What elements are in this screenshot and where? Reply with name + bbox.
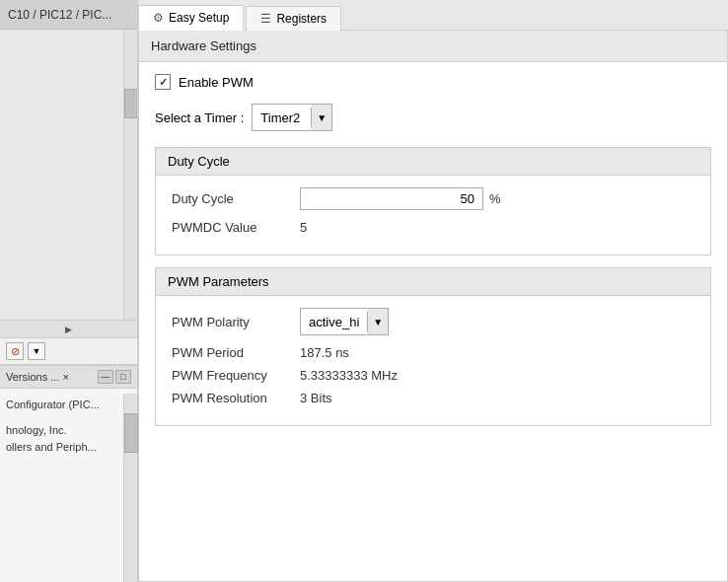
duty-cycle-label: Duty Cycle: [172, 191, 300, 206]
sidebar-tree-area[interactable]: [0, 30, 137, 320]
main-content: ⚙ Easy Setup ☰ Registers Hardware Settin…: [138, 0, 728, 582]
versions-restore-btn[interactable]: □: [115, 370, 131, 384]
pwmdc-value-row: PWMDC Value 5: [172, 220, 694, 235]
versions-label: Versions ... ×: [6, 371, 69, 383]
pwm-polarity-row: PWM Polarity active_hi ▼: [172, 308, 694, 335]
duty-cycle-input[interactable]: [300, 187, 483, 210]
pwm-res-value: 3 Bits: [300, 391, 332, 405]
pwmdc-label: PWMDC Value: [172, 220, 300, 235]
pwmdc-value: 5: [300, 220, 307, 235]
pwm-period-value: 187.5 ns: [300, 345, 349, 360]
pwm-parameters-header: PWM Parameters: [156, 268, 710, 296]
versions-minimize-btn[interactable]: —: [98, 370, 113, 384]
pwm-polarity-label: PWM Polarity: [172, 315, 300, 329]
duty-cycle-header-label: Duty Cycle: [168, 154, 230, 169]
pwm-period-label: PWM Period: [172, 345, 300, 360]
polarity-dropdown-value: active_hi: [301, 312, 368, 332]
timer-dropdown[interactable]: Timer2 ▼: [252, 104, 332, 131]
enable-pwm-label: Enable PWM: [179, 75, 254, 90]
tab-registers-label: Registers: [276, 12, 327, 26]
sidebar: C10 / PIC12 / PIC... ▶ ⊘ ▼ Versions ... …: [0, 0, 138, 582]
versions-line-2: hnology, Inc.: [6, 422, 131, 440]
tab-registers[interactable]: ☰ Registers: [246, 6, 341, 31]
sidebar-project-label: C10 / PIC12 / PIC...: [8, 8, 111, 22]
duty-cycle-content: Duty Cycle % PWMDC Value 5: [156, 176, 710, 255]
sidebar-versions-scrollbar-thumb[interactable]: [124, 413, 138, 453]
pwm-freq-row: PWM Frequency 5.33333333 MHz: [172, 368, 694, 383]
pwm-parameters-section: PWM Parameters PWM Polarity active_hi ▼ …: [155, 267, 711, 426]
timer-dropdown-value: Timer2: [253, 108, 312, 128]
versions-line-1: Configurator (PIC...: [6, 397, 131, 414]
enable-pwm-row: Enable PWM: [155, 74, 711, 90]
sidebar-versions-scrollbar[interactable]: [123, 394, 137, 582]
sidebar-versions-content: Configurator (PIC... hnology, Inc. oller…: [0, 389, 137, 465]
sidebar-scrollbar[interactable]: [123, 30, 137, 320]
pwm-parameters-content: PWM Polarity active_hi ▼ PWM Period 187.…: [156, 296, 710, 425]
easy-setup-icon: ⚙: [153, 11, 164, 25]
sidebar-versions-header: Versions ... × — □: [0, 366, 137, 389]
tab-bar: ⚙ Easy Setup ☰ Registers: [138, 0, 728, 31]
polarity-dropdown[interactable]: active_hi ▼: [300, 308, 389, 335]
duty-cycle-header: Duty Cycle: [156, 148, 710, 176]
sidebar-versions-section: Versions ... × — □ Configurator (PIC... …: [0, 365, 137, 582]
pwm-res-row: PWM Resolution 3 Bits: [172, 391, 694, 405]
sidebar-scrollbar-thumb[interactable]: [124, 89, 137, 118]
hardware-settings-label: Hardware Settings: [151, 38, 256, 53]
hardware-settings-content: Enable PWM Select a Timer : Timer2 ▼ Dut…: [139, 62, 727, 450]
toolbar-stop-icon[interactable]: ⊘: [6, 342, 24, 360]
polarity-dropdown-arrow[interactable]: ▼: [368, 309, 388, 334]
sidebar-scroll-down-icon[interactable]: ▶: [65, 325, 72, 334]
hardware-settings-header: Hardware Settings: [139, 31, 727, 62]
versions-controls: — □: [98, 370, 131, 384]
duty-cycle-row: Duty Cycle %: [172, 187, 694, 210]
versions-line-3: ollers and Periph...: [6, 439, 131, 457]
duty-cycle-unit: %: [489, 191, 501, 206]
sidebar-top-label: C10 / PIC12 / PIC...: [0, 0, 137, 30]
pwm-freq-value: 5.33333333 MHz: [300, 368, 398, 383]
tab-easy-setup[interactable]: ⚙ Easy Setup: [138, 5, 244, 31]
select-timer-row: Select a Timer : Timer2 ▼: [155, 104, 711, 131]
pwm-res-label: PWM Resolution: [172, 391, 300, 405]
duty-cycle-section: Duty Cycle Duty Cycle % PWMDC Value 5: [155, 147, 711, 255]
pwm-freq-label: PWM Frequency: [172, 368, 300, 383]
pwm-parameters-header-label: PWM Parameters: [168, 274, 269, 289]
tab-easy-setup-label: Easy Setup: [169, 11, 229, 25]
registers-icon: ☰: [260, 12, 271, 26]
main-panel: Hardware Settings Enable PWM Select a Ti…: [138, 31, 728, 582]
enable-pwm-checkbox[interactable]: [155, 74, 171, 90]
toolbar-dropdown-icon[interactable]: ▼: [28, 342, 45, 360]
timer-dropdown-arrow[interactable]: ▼: [312, 105, 331, 130]
pwm-period-row: PWM Period 187.5 ns: [172, 345, 694, 360]
select-timer-label: Select a Timer :: [155, 110, 244, 125]
